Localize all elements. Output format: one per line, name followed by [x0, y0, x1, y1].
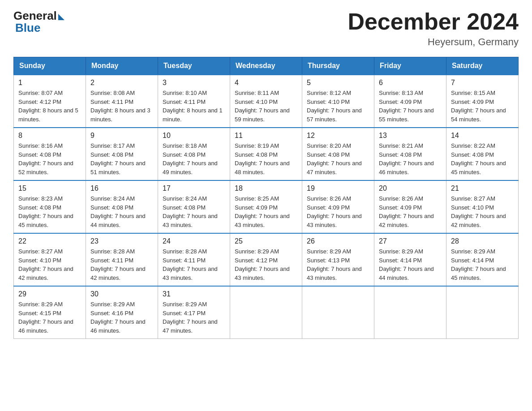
calendar-cell: 9 Sunrise: 8:17 AMSunset: 4:08 PMDayligh…	[86, 128, 158, 180]
day-number: 4	[235, 79, 297, 87]
weekday-header-wednesday: Wednesday	[230, 57, 302, 75]
day-info: Sunrise: 8:29 AMSunset: 4:17 PMDaylight:…	[163, 300, 225, 335]
day-number: 21	[451, 184, 514, 193]
day-number: 14	[451, 132, 514, 140]
day-info: Sunrise: 8:29 AMSunset: 4:16 PMDaylight:…	[90, 300, 153, 335]
day-info: Sunrise: 8:26 AMSunset: 4:09 PMDaylight:…	[307, 194, 369, 229]
calendar-week-row: 29 Sunrise: 8:29 AMSunset: 4:15 PMDaylig…	[14, 286, 519, 339]
calendar-cell: 30 Sunrise: 8:29 AMSunset: 4:16 PMDaylig…	[86, 286, 158, 339]
weekday-header-sunday: Sunday	[14, 57, 86, 75]
day-info: Sunrise: 8:18 AMSunset: 4:08 PMDaylight:…	[163, 141, 225, 176]
day-info: Sunrise: 8:16 AMSunset: 4:08 PMDaylight:…	[18, 141, 81, 176]
logo: General Blue	[13, 9, 64, 35]
day-number: 27	[379, 237, 442, 245]
calendar-cell: 26 Sunrise: 8:29 AMSunset: 4:13 PMDaylig…	[302, 233, 374, 286]
day-number: 2	[90, 79, 153, 87]
calendar-cell: 1 Sunrise: 8:07 AMSunset: 4:12 PMDayligh…	[14, 75, 86, 128]
day-number: 10	[163, 132, 225, 140]
weekday-header-monday: Monday	[86, 57, 158, 75]
logo-blue-text: Blue	[13, 21, 40, 35]
day-number: 24	[163, 237, 225, 245]
day-info: Sunrise: 8:12 AMSunset: 4:10 PMDaylight:…	[307, 89, 369, 124]
calendar-week-row: 15 Sunrise: 8:23 AMSunset: 4:08 PMDaylig…	[14, 180, 519, 233]
calendar-cell: 5 Sunrise: 8:12 AMSunset: 4:10 PMDayligh…	[302, 75, 374, 128]
day-info: Sunrise: 8:15 AMSunset: 4:09 PMDaylight:…	[451, 89, 514, 124]
calendar-cell	[230, 286, 302, 339]
day-number: 9	[90, 132, 153, 140]
calendar-cell: 27 Sunrise: 8:29 AMSunset: 4:14 PMDaylig…	[374, 233, 446, 286]
day-number: 1	[18, 79, 81, 87]
day-number: 31	[163, 290, 225, 298]
day-info: Sunrise: 8:11 AMSunset: 4:10 PMDaylight:…	[235, 89, 297, 124]
calendar-cell: 24 Sunrise: 8:28 AMSunset: 4:11 PMDaylig…	[158, 233, 230, 286]
calendar-cell: 25 Sunrise: 8:29 AMSunset: 4:12 PMDaylig…	[230, 233, 302, 286]
calendar-cell: 20 Sunrise: 8:26 AMSunset: 4:09 PMDaylig…	[374, 180, 446, 233]
day-number: 28	[451, 237, 514, 245]
calendar-cell: 3 Sunrise: 8:10 AMSunset: 4:11 PMDayligh…	[158, 75, 230, 128]
calendar-cell	[302, 286, 374, 339]
day-number: 18	[235, 184, 297, 193]
calendar-cell: 12 Sunrise: 8:20 AMSunset: 4:08 PMDaylig…	[302, 128, 374, 180]
calendar-cell: 19 Sunrise: 8:26 AMSunset: 4:09 PMDaylig…	[302, 180, 374, 233]
day-info: Sunrise: 8:23 AMSunset: 4:08 PMDaylight:…	[18, 194, 81, 229]
day-number: 15	[18, 184, 81, 193]
calendar-cell: 16 Sunrise: 8:24 AMSunset: 4:08 PMDaylig…	[86, 180, 158, 233]
calendar-cell: 17 Sunrise: 8:24 AMSunset: 4:08 PMDaylig…	[158, 180, 230, 233]
calendar-cell: 7 Sunrise: 8:15 AMSunset: 4:09 PMDayligh…	[446, 75, 519, 128]
day-info: Sunrise: 8:20 AMSunset: 4:08 PMDaylight:…	[307, 141, 369, 176]
calendar-cell: 10 Sunrise: 8:18 AMSunset: 4:08 PMDaylig…	[158, 128, 230, 180]
calendar-cell: 15 Sunrise: 8:23 AMSunset: 4:08 PMDaylig…	[14, 180, 86, 233]
day-info: Sunrise: 8:24 AMSunset: 4:08 PMDaylight:…	[90, 194, 153, 229]
day-info: Sunrise: 8:22 AMSunset: 4:08 PMDaylight:…	[451, 141, 514, 176]
title-section: December 2024 Heyersum, Germany	[348, 9, 519, 48]
day-number: 23	[90, 237, 153, 245]
day-info: Sunrise: 8:07 AMSunset: 4:12 PMDaylight:…	[18, 89, 81, 124]
calendar-cell: 4 Sunrise: 8:11 AMSunset: 4:10 PMDayligh…	[230, 75, 302, 128]
calendar-week-row: 1 Sunrise: 8:07 AMSunset: 4:12 PMDayligh…	[14, 75, 519, 128]
day-number: 26	[307, 237, 369, 245]
day-number: 8	[18, 132, 81, 140]
logo-arrow-icon	[58, 14, 64, 20]
month-title: December 2024	[348, 9, 519, 34]
calendar-cell: 18 Sunrise: 8:25 AMSunset: 4:09 PMDaylig…	[230, 180, 302, 233]
day-number: 7	[451, 79, 514, 87]
location: Heyersum, Germany	[348, 36, 519, 48]
weekday-header-tuesday: Tuesday	[158, 57, 230, 75]
day-info: Sunrise: 8:29 AMSunset: 4:15 PMDaylight:…	[18, 300, 81, 335]
calendar-cell: 2 Sunrise: 8:08 AMSunset: 4:11 PMDayligh…	[86, 75, 158, 128]
day-number: 25	[235, 237, 297, 245]
calendar-cell: 6 Sunrise: 8:13 AMSunset: 4:09 PMDayligh…	[374, 75, 446, 128]
weekday-header-friday: Friday	[374, 57, 446, 75]
weekday-header-row: SundayMondayTuesdayWednesdayThursdayFrid…	[14, 57, 519, 75]
calendar-cell: 13 Sunrise: 8:21 AMSunset: 4:08 PMDaylig…	[374, 128, 446, 180]
day-info: Sunrise: 8:27 AMSunset: 4:10 PMDaylight:…	[18, 247, 81, 282]
day-info: Sunrise: 8:25 AMSunset: 4:09 PMDaylight:…	[235, 194, 297, 229]
day-info: Sunrise: 8:21 AMSunset: 4:08 PMDaylight:…	[379, 141, 442, 176]
calendar-cell: 8 Sunrise: 8:16 AMSunset: 4:08 PMDayligh…	[14, 128, 86, 180]
day-info: Sunrise: 8:29 AMSunset: 4:13 PMDaylight:…	[307, 247, 369, 282]
day-info: Sunrise: 8:27 AMSunset: 4:10 PMDaylight:…	[451, 194, 514, 229]
day-info: Sunrise: 8:10 AMSunset: 4:11 PMDaylight:…	[163, 89, 225, 124]
page-header: General Blue December 2024 Heyersum, Ger…	[13, 9, 519, 48]
day-number: 17	[163, 184, 225, 193]
day-info: Sunrise: 8:28 AMSunset: 4:11 PMDaylight:…	[163, 247, 225, 282]
day-info: Sunrise: 8:08 AMSunset: 4:11 PMDaylight:…	[90, 89, 153, 124]
calendar-table: SundayMondayTuesdayWednesdayThursdayFrid…	[13, 57, 519, 339]
day-info: Sunrise: 8:17 AMSunset: 4:08 PMDaylight:…	[90, 141, 153, 176]
day-info: Sunrise: 8:29 AMSunset: 4:12 PMDaylight:…	[235, 247, 297, 282]
day-number: 19	[307, 184, 369, 193]
day-number: 11	[235, 132, 297, 140]
calendar-cell: 23 Sunrise: 8:28 AMSunset: 4:11 PMDaylig…	[86, 233, 158, 286]
calendar-week-row: 8 Sunrise: 8:16 AMSunset: 4:08 PMDayligh…	[14, 128, 519, 180]
day-number: 16	[90, 184, 153, 193]
day-number: 30	[90, 290, 153, 298]
calendar-week-row: 22 Sunrise: 8:27 AMSunset: 4:10 PMDaylig…	[14, 233, 519, 286]
day-number: 20	[379, 184, 442, 193]
day-info: Sunrise: 8:29 AMSunset: 4:14 PMDaylight:…	[451, 247, 514, 282]
day-number: 29	[18, 290, 81, 298]
day-number: 3	[163, 79, 225, 87]
weekday-header-saturday: Saturday	[446, 57, 519, 75]
day-info: Sunrise: 8:13 AMSunset: 4:09 PMDaylight:…	[379, 89, 442, 124]
calendar-cell: 29 Sunrise: 8:29 AMSunset: 4:15 PMDaylig…	[14, 286, 86, 339]
calendar-cell: 11 Sunrise: 8:19 AMSunset: 4:08 PMDaylig…	[230, 128, 302, 180]
